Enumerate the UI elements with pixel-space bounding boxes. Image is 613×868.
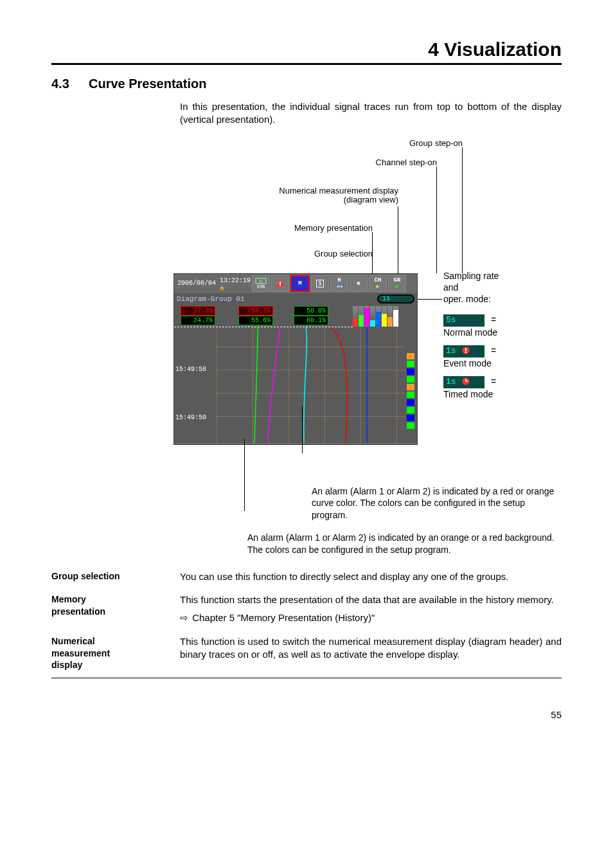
group-step-button[interactable]: GR ► bbox=[388, 275, 406, 292]
callout-stack: Group step-on Channel step-on Numerical … bbox=[173, 138, 559, 273]
lock-icon: 🔒 bbox=[219, 285, 225, 291]
diagram-view-label: 1 bbox=[316, 280, 323, 287]
svg-text:CF: CF bbox=[258, 280, 263, 284]
callout-num-display: Numerical measurement display bbox=[279, 186, 398, 195]
bargraph-strip bbox=[353, 305, 417, 330]
def-ref-memory: Chapter 5 "Memory Presentation (History)… bbox=[192, 612, 375, 623]
right-notes: Sampling rate and oper. mode: 5s = Norma… bbox=[443, 270, 499, 406]
group-step-label: GR bbox=[394, 277, 401, 284]
mode-event: Event mode bbox=[443, 357, 499, 369]
svg-rect-3 bbox=[280, 281, 281, 284]
tools-button[interactable]: ✖ bbox=[350, 275, 368, 292]
diagram-view-button[interactable]: 1 bbox=[311, 275, 329, 292]
def-label-memory: Memory presentation bbox=[51, 593, 180, 618]
def-text-memory: This function starts the presentation of… bbox=[180, 593, 562, 625]
chart-body: 15:49:58 15:49:50 bbox=[174, 327, 417, 443]
memory-button[interactable]: M bbox=[290, 275, 310, 292]
alarm-icon[interactable] bbox=[271, 275, 289, 292]
channel-step-label: CH bbox=[375, 277, 382, 284]
cf-card-icon[interactable]: CF 93% bbox=[252, 275, 270, 292]
section-title: Curve Presentation bbox=[89, 77, 206, 91]
pill-normal: 5s bbox=[443, 314, 484, 327]
def-label-numerical: Numerical measurement display bbox=[51, 635, 180, 672]
pill-timed: 1s bbox=[443, 376, 484, 388]
callout-num-display-sub: (diagram view) bbox=[344, 195, 398, 204]
header-toggle-button[interactable]: H ◄◄ bbox=[330, 275, 348, 292]
rate-pill: 1s bbox=[377, 294, 414, 303]
side-bars bbox=[407, 353, 414, 430]
footer-rule bbox=[51, 678, 562, 678]
def-label-group: Group selection bbox=[51, 570, 180, 583]
device-screenshot: 2006/08/04 13:22:19 🔒 CF 93% bbox=[173, 273, 418, 445]
menu-time: 13:22:19 bbox=[219, 276, 251, 285]
callout-group-step: Group step-on bbox=[409, 138, 463, 148]
callout-channel-step: Channel step-on bbox=[376, 158, 437, 167]
svg-rect-6 bbox=[465, 348, 466, 352]
mode-normal: Normal mode bbox=[443, 327, 499, 338]
memory-button-label: M bbox=[298, 280, 301, 287]
ref-arrow-icon: ⇨ bbox=[180, 611, 188, 624]
section-heading: 4.3Curve Presentation bbox=[51, 77, 562, 91]
callout-group-sel: Group selection bbox=[314, 249, 373, 258]
callout-alarm-curve: An alarm (Alarm 1 or Alarm 2) is indicat… bbox=[173, 485, 562, 522]
card-percent: 93% bbox=[257, 284, 265, 289]
section-number: 4.3 bbox=[51, 77, 89, 91]
callout-alarm-bg: An alarm (Alarm 1 or Alarm 2) is indicat… bbox=[173, 532, 562, 556]
def-text-group: You can use this function to directly se… bbox=[180, 570, 562, 583]
svg-rect-7 bbox=[465, 352, 466, 353]
def-text-numerical: This function is used to switch the nume… bbox=[180, 635, 562, 662]
callout-memory: Memory presentation bbox=[294, 223, 373, 233]
mode-timed: Timed mode bbox=[443, 388, 499, 400]
readout: 55.6% bbox=[238, 316, 273, 325]
readout: 80.1% bbox=[294, 316, 328, 325]
readout: 27.3% bbox=[181, 306, 215, 316]
readout: 24.7% bbox=[181, 316, 215, 325]
menu-date: 2006/08/04 bbox=[174, 274, 219, 293]
channel-step-button[interactable]: CH ► bbox=[369, 275, 387, 292]
group-name: Diagram-Group 01 bbox=[174, 295, 377, 303]
chapter-title: 4 Visualization bbox=[51, 39, 562, 65]
readout: 50.8% bbox=[294, 306, 328, 316]
readouts-area: 27.3% 24.7% 758.3% 55.6% 50.8% 80.1% bbox=[174, 305, 417, 327]
group-row[interactable]: Diagram-Group 01 1s bbox=[174, 293, 417, 305]
section-intro: In this presentation, the individual sig… bbox=[180, 100, 562, 127]
header-toggle-label: H bbox=[337, 277, 341, 284]
readout: 758.3% bbox=[238, 306, 273, 316]
pill-event: 1s bbox=[443, 345, 484, 357]
page-number: 55 bbox=[51, 683, 562, 720]
svg-rect-4 bbox=[280, 285, 281, 286]
menu-bar: 2006/08/04 13:22:19 🔒 CF 93% bbox=[174, 274, 417, 293]
